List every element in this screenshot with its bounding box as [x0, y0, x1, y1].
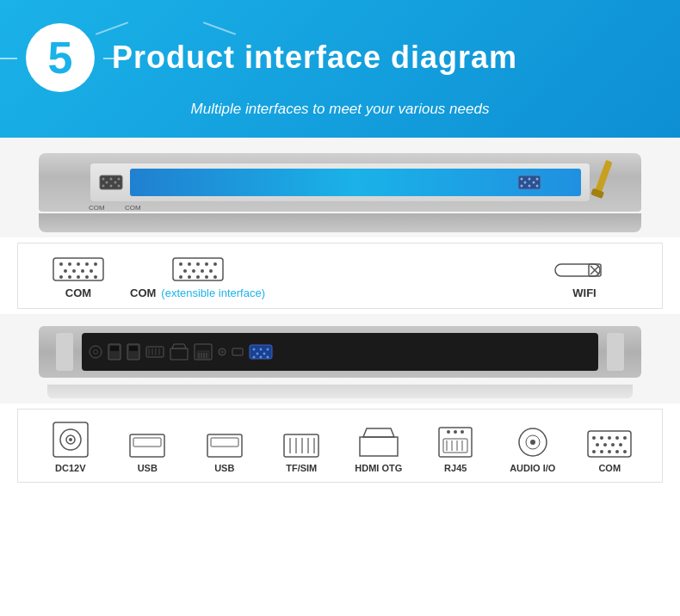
interface-com2: COM (extensible interface)	[130, 257, 265, 299]
svg-point-35	[188, 262, 191, 266]
usb2-port-device	[127, 343, 140, 360]
svg-point-118	[596, 443, 599, 447]
svg-point-120	[611, 443, 615, 447]
panel-front-body	[39, 326, 641, 378]
page-title: Product interface diagram	[112, 40, 517, 76]
svg-point-39	[183, 269, 187, 273]
panel-body	[90, 163, 590, 201]
svg-point-31	[85, 275, 89, 279]
interface-com1: COM	[44, 257, 113, 299]
device-top-section: COM COM	[0, 138, 680, 237]
extensible-label: (extensible interface)	[161, 286, 265, 299]
small-port-device	[232, 348, 244, 356]
svg-point-79	[257, 353, 259, 355]
svg-point-87	[69, 438, 72, 441]
svg-point-119	[603, 443, 607, 447]
step-number: 5	[48, 32, 73, 83]
header-section: 5 Product interface diagram Multiple int…	[0, 0, 680, 138]
svg-point-123	[600, 450, 603, 453]
svg-point-117	[623, 436, 627, 440]
svg-point-46	[205, 275, 208, 279]
svg-rect-0	[100, 176, 122, 189]
svg-point-16	[529, 185, 531, 188]
svg-point-124	[608, 450, 611, 453]
hdmi-port-device	[170, 343, 189, 360]
com2-icon	[172, 257, 224, 281]
svg-point-2	[110, 178, 113, 181]
svg-point-26	[81, 269, 84, 273]
top-interface-row: COM COM (exten	[17, 243, 663, 309]
svg-point-10	[521, 178, 523, 181]
svg-point-19	[59, 262, 63, 266]
decorative-line-left	[96, 22, 128, 35]
vga-port-device	[249, 344, 273, 360]
svg-rect-91	[211, 438, 238, 447]
decorative-line-right	[203, 22, 236, 35]
svg-point-40	[192, 269, 195, 273]
svg-point-36	[196, 262, 200, 266]
wifi-label: WIFI	[572, 286, 596, 299]
svg-point-115	[608, 436, 611, 440]
step-number-circle: 5	[26, 23, 95, 92]
rj45-icon	[438, 427, 473, 458]
svg-marker-64	[170, 348, 188, 360]
dc12v-port-device	[89, 342, 102, 361]
svg-point-13	[524, 182, 527, 184]
hdmi-icon	[358, 427, 399, 458]
svg-point-8	[118, 185, 121, 188]
panel-front-ports	[82, 333, 598, 371]
svg-point-24	[64, 269, 67, 273]
usb2-label: USB	[214, 463, 234, 473]
panel-bottom-edge	[39, 213, 641, 232]
panel-left-edge	[56, 333, 73, 371]
svg-point-45	[196, 275, 200, 279]
com-bottom-label: COM	[598, 463, 621, 473]
svg-point-4	[106, 182, 108, 184]
audio-icon	[516, 427, 550, 458]
svg-point-41	[201, 269, 204, 273]
svg-point-44	[188, 275, 191, 279]
device-com1-label: COM	[89, 204, 105, 212]
svg-point-17	[536, 185, 539, 188]
svg-point-27	[90, 269, 93, 273]
svg-point-78	[267, 348, 269, 351]
svg-point-47	[213, 275, 217, 279]
panel-right-edge	[607, 333, 624, 371]
com-port-2-device	[517, 175, 541, 190]
wifi-icon	[554, 257, 615, 281]
svg-point-34	[179, 262, 182, 266]
svg-point-38	[213, 262, 217, 266]
tfsim-label: TF/SIM	[286, 463, 317, 473]
interface-dc12v: DC12V	[45, 422, 96, 473]
svg-marker-98	[360, 437, 398, 456]
rj45-label: RJ45	[444, 463, 467, 473]
svg-point-6	[102, 185, 105, 188]
svg-point-1	[102, 178, 105, 181]
svg-rect-48	[555, 264, 600, 276]
svg-point-22	[85, 262, 89, 266]
svg-rect-9	[518, 176, 541, 189]
svg-point-73	[220, 350, 224, 354]
svg-rect-74	[232, 348, 243, 355]
usb1-port-device	[108, 343, 121, 360]
svg-point-108	[461, 430, 464, 434]
tfsim-icon	[283, 434, 319, 458]
interface-usb1: USB	[121, 434, 173, 473]
interface-usb2: USB	[199, 434, 250, 473]
svg-point-54	[95, 351, 97, 354]
svg-point-28	[59, 275, 63, 279]
svg-point-122	[592, 450, 596, 453]
svg-point-113	[592, 436, 596, 440]
svg-point-20	[68, 262, 71, 266]
svg-rect-92	[284, 434, 318, 457]
svg-rect-56	[110, 346, 119, 351]
usb1-label: USB	[138, 463, 158, 473]
svg-point-42	[209, 269, 213, 273]
panel-front-foot	[47, 385, 633, 398]
svg-point-11	[529, 178, 531, 181]
svg-point-12	[536, 178, 539, 181]
audio-port-device	[218, 348, 226, 356]
svg-point-32	[94, 275, 97, 279]
com2-label: COM	[130, 286, 156, 299]
tfsim-port-device	[145, 346, 164, 358]
